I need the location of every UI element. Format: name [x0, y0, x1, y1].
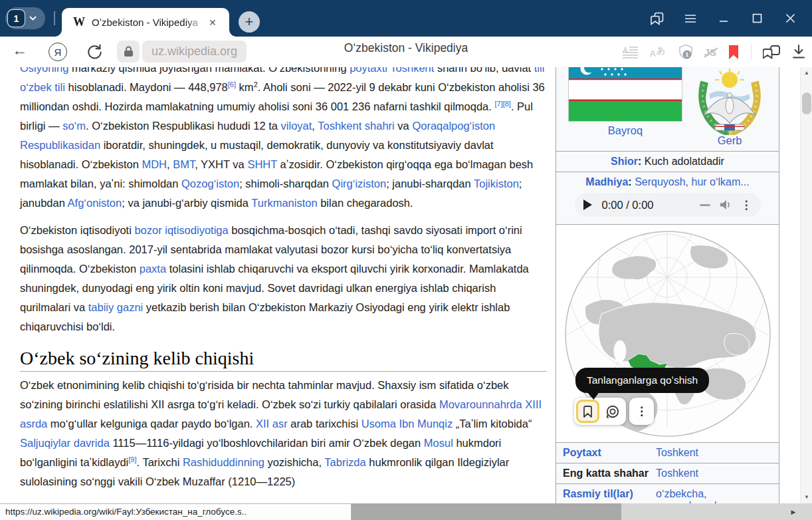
article-link[interactable]: Qirgʻiziston [332, 178, 387, 190]
article-link[interactable]: bozor iqtisodiyotiga [134, 224, 228, 236]
seek-bar[interactable] [700, 204, 710, 206]
article-link[interactable]: paxta [140, 263, 166, 275]
search-image-button[interactable] [601, 400, 624, 423]
bookmark-page-button[interactable] [728, 45, 740, 60]
volume-icon[interactable] [719, 199, 732, 211]
protect-shield-button[interactable]: 1 [678, 44, 693, 60]
collections-button[interactable] [641, 0, 674, 37]
add-to-favorites-tooltip: Tanlanganlarga qoʻshish [575, 368, 709, 393]
article-body: Osiyoning markaziy qismida joylashgan ma… [20, 67, 547, 499]
play-button[interactable] [583, 199, 592, 210]
infobox-row-label[interactable]: Rasmiy til(lar) [563, 488, 656, 503]
refresh-icon [86, 43, 104, 61]
address-bar[interactable]: uz.wikipedia.org [142, 41, 247, 63]
motto-label-link[interactable]: Shior [611, 156, 638, 167]
collections-icon [650, 11, 664, 26]
anthem-separator: : [628, 176, 635, 188]
add-to-collections-button[interactable] [576, 400, 599, 423]
article-text: . Tarixchi [137, 456, 183, 468]
article-link[interactable]: Toshkent shahri [318, 120, 395, 132]
reference-link[interactable]: [9] [128, 455, 136, 463]
uzbekistan-flag-image[interactable] [568, 67, 682, 122]
flag-caption-link[interactable]: Bayroq [568, 124, 682, 137]
infobox-row-value[interactable]: Toshkent [656, 467, 772, 479]
site-security-button[interactable] [117, 41, 140, 63]
image-more-actions-button[interactable]: ⋮ [629, 398, 654, 425]
download-button[interactable] [792, 45, 805, 59]
horizontal-scrollbar-thumb[interactable] [351, 503, 621, 520]
link-preview-url: https://uz.wikipedia.org/wiki/Fayl:Узбек… [0, 503, 352, 520]
article-text: Oʻzbek etnonimining kelib chiqishi toʻgʻ… [20, 379, 509, 410]
svg-text:A: A [623, 46, 628, 55]
reference-link[interactable]: [6] [228, 80, 236, 88]
minimize-icon [719, 14, 728, 23]
article-link[interactable]: viloyat [281, 120, 312, 132]
yandex-logo-icon[interactable]: Я [49, 43, 67, 61]
refresh-button[interactable] [86, 43, 104, 63]
maximize-icon [752, 13, 762, 23]
reader-mode-button[interactable]: A [623, 45, 639, 59]
player-menu-button[interactable]: ⋮ [741, 198, 752, 212]
lock-icon [124, 46, 134, 57]
back-button[interactable]: ← [12, 41, 27, 59]
close-window-button[interactable] [773, 0, 807, 37]
infobox-flag-section: Bayroq [556, 67, 779, 151]
country-infobox: Bayroq [556, 67, 779, 503]
infobox-row-label[interactable]: Poytaxt [563, 447, 656, 459]
vertical-scrollbar-thumb[interactable] [802, 92, 811, 114]
section-heading: Oʻzbek soʻzining kelib chiqishi [20, 348, 547, 372]
anthem-row: Madhiya: Serquyosh, hur oʻlkam... 0:00 /… [556, 172, 779, 224]
article-link[interactable]: SHHT [247, 158, 277, 170]
shield-icon: 1 [678, 44, 693, 60]
domain-text: uz.wikipedia.org [152, 45, 237, 59]
article-text: km [236, 81, 254, 93]
reference-link[interactable]: [7][8] [494, 100, 510, 108]
motto-separator: : [638, 156, 645, 167]
translate-icon: A あ [650, 45, 667, 59]
anthem-label-link[interactable]: Madhiya [585, 176, 628, 188]
maximize-button[interactable] [740, 0, 773, 37]
article-link[interactable]: Afgʻoniston [68, 197, 122, 209]
article-link[interactable]: MDH [142, 158, 167, 170]
article-link[interactable]: Osiyoning [20, 67, 68, 74]
minimize-button[interactable] [707, 0, 740, 37]
image-hover-actions: ⋮ [574, 398, 654, 425]
infobox-row-value[interactable]: oʻzbekcha, qoraqalpoqcha [656, 488, 772, 503]
infobox-row-value[interactable]: Toshkent [656, 447, 772, 459]
vertical-scrollbar[interactable]: ▲ ▼ [800, 67, 812, 503]
javascript-toggle-button[interactable]: JS [704, 47, 716, 58]
article-link[interactable]: Qozogʻiston [181, 178, 239, 190]
active-tab[interactable]: W Oʻzbekiston - Vikipediya ✕ [62, 8, 229, 37]
article-link[interactable]: Usoma Ibn Munqiz [361, 418, 453, 430]
article-link[interactable]: Tojikiston [474, 178, 519, 190]
scroll-down-icon[interactable]: ▼ [801, 491, 812, 502]
article-paragraph: Osiyoning markaziy qismida joylashgan ma… [20, 67, 547, 213]
anthem-title-link[interactable]: Serquyosh, hur oʻlkam... [635, 176, 750, 188]
article-link[interactable]: Saljuqiylar davrida [20, 437, 110, 449]
article-text: yozishicha, [264, 456, 325, 468]
article-link[interactable]: Rashiduddinning [183, 456, 264, 468]
article-link[interactable]: soʻm [62, 120, 86, 132]
menu-button[interactable] [674, 0, 707, 37]
flag-graphic [569, 67, 682, 121]
article-link[interactable]: tabiiy gazni [88, 301, 144, 313]
article-link[interactable]: Tabrizda [324, 456, 365, 468]
uzbekistan-emblem-image[interactable] [693, 67, 766, 135]
article-link[interactable]: poytaxti Toshkent [350, 67, 434, 74]
article-link[interactable]: Mosul [424, 437, 453, 449]
tabs-panel-button[interactable] [763, 44, 781, 60]
emblem-caption-link[interactable]: Gerb [693, 134, 766, 147]
scroll-up-icon[interactable]: ▲ [801, 67, 812, 78]
tab-counter-button[interactable]: 1 [5, 7, 45, 29]
article-text: moʻgʻullar kelguniga qadar paydo boʻlgan… [47, 418, 256, 430]
article-link[interactable]: XII asr [256, 418, 288, 430]
article-link[interactable]: Turkmaniston [251, 197, 317, 209]
article-link[interactable]: BMT [173, 158, 195, 170]
translate-button[interactable]: A あ [650, 45, 667, 59]
scroll-right-icon[interactable]: ▶ [786, 503, 801, 520]
tabs-panel-icon [763, 44, 781, 60]
close-tab-icon[interactable]: ✕ [209, 17, 217, 28]
new-tab-button[interactable]: + [239, 11, 260, 33]
article-text: 1115—1116-yildagi yoʻlboshlovchilaridan … [110, 437, 424, 449]
article-text: , [312, 120, 318, 132]
